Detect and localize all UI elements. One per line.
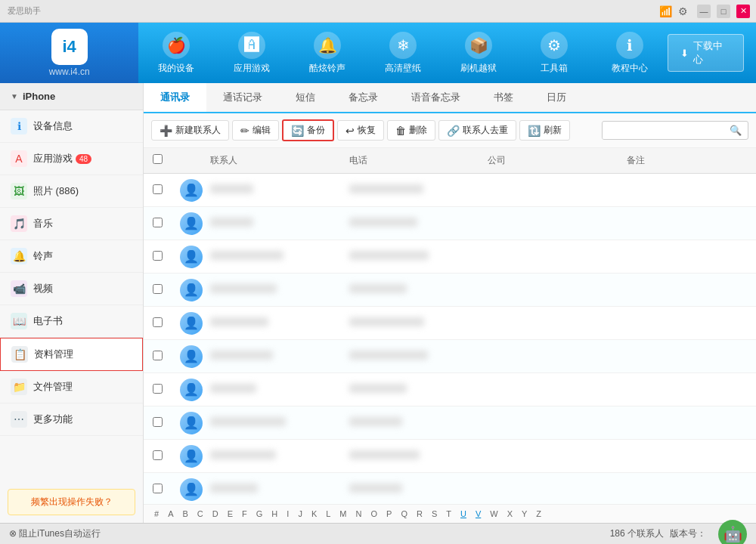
row-select-checkbox[interactable]	[153, 417, 163, 427]
alpha-char-f[interactable]: F	[239, 508, 250, 520]
table-row[interactable]: 👤	[144, 406, 756, 440]
sidebar-item-device-info[interactable]: ℹ 设备信息	[0, 110, 143, 143]
alpha-char-k[interactable]: K	[308, 508, 320, 520]
row-checkbox[interactable]	[144, 479, 171, 500]
maximize-button[interactable]: □	[717, 5, 730, 18]
nav-jailbreak[interactable]: 📦 刷机越狱	[441, 23, 516, 83]
row-checkbox[interactable]	[144, 446, 171, 467]
tab-contacts[interactable]: 通讯录	[144, 83, 206, 113]
row-select-checkbox[interactable]	[153, 484, 163, 493]
alpha-char-s[interactable]: S	[429, 508, 440, 520]
row-select-checkbox[interactable]	[153, 317, 163, 327]
row-checkbox[interactable]	[144, 313, 171, 334]
table-row[interactable]: 👤	[144, 473, 756, 504]
row-select-checkbox[interactable]	[153, 351, 163, 360]
alpha-char-x[interactable]: X	[504, 508, 516, 520]
alpha-char-n[interactable]: N	[353, 508, 365, 520]
table-row[interactable]: 👤	[144, 440, 756, 473]
refresh-button[interactable]: 🔃 刷新	[519, 120, 570, 141]
backup-button[interactable]: 🔄 备份	[282, 119, 334, 141]
nav-ringtones[interactable]: 🔔 酷炫铃声	[290, 23, 365, 83]
row-select-checkbox[interactable]	[153, 284, 163, 294]
restore-button[interactable]: ↩ 恢复	[337, 120, 384, 141]
tab-calendar[interactable]: 日历	[530, 83, 583, 113]
alpha-char-y[interactable]: Y	[519, 508, 530, 520]
alpha-char-l[interactable]: L	[323, 508, 333, 520]
alpha-char-j[interactable]: J	[295, 508, 305, 520]
table-row[interactable]: 👤	[144, 307, 756, 340]
nav-wallpapers[interactable]: ❄ 高清壁纸	[365, 23, 441, 83]
alpha-char-e[interactable]: E	[225, 508, 236, 520]
row-checkbox[interactable]	[144, 379, 171, 400]
alpha-char-w[interactable]: W	[487, 508, 500, 520]
row-checkbox[interactable]	[144, 246, 171, 267]
row-checkbox[interactable]	[144, 346, 171, 367]
row-select-checkbox[interactable]	[153, 384, 163, 394]
alpha-char-#[interactable]: #	[151, 508, 162, 520]
nav-apps[interactable]: 🅰 应用游戏	[214, 23, 290, 83]
sidebar-item-data-mgmt[interactable]: 📋 资料管理	[0, 338, 143, 371]
new-contact-button[interactable]: ➕ 新建联系人	[151, 120, 229, 141]
nav-tutorials[interactable]: ℹ 教程中心	[592, 23, 668, 83]
sidebar-item-video[interactable]: 📹 视频	[0, 273, 143, 305]
contact-name	[201, 413, 340, 433]
alpha-char-u[interactable]: U	[457, 508, 469, 520]
row-checkbox[interactable]	[144, 280, 171, 301]
minimize-button[interactable]: —	[697, 5, 711, 18]
sidebar-item-ringtones[interactable]: 🔔 铃声	[0, 240, 143, 273]
sidebar-photos-label: 照片 (886)	[33, 184, 79, 198]
tab-voice-memo[interactable]: 语音备忘录	[395, 83, 477, 113]
sidebar-item-photos[interactable]: 🖼 照片 (886)	[0, 175, 143, 208]
alpha-char-t[interactable]: T	[443, 508, 454, 520]
row-select-checkbox[interactable]	[153, 184, 163, 194]
dedup-button[interactable]: 🔗 联系人去重	[438, 120, 516, 141]
alpha-char-b[interactable]: B	[179, 508, 191, 520]
alpha-char-z[interactable]: Z	[533, 508, 544, 520]
alpha-char-v[interactable]: V	[472, 508, 484, 520]
tab-bookmarks[interactable]: 书签	[477, 83, 530, 113]
row-checkbox[interactable]	[144, 413, 171, 434]
tab-memo[interactable]: 备忘录	[332, 83, 395, 113]
table-row[interactable]: 👤	[144, 274, 756, 307]
alpha-char-a[interactable]: A	[165, 508, 176, 520]
table-row[interactable]: 👤	[144, 373, 756, 406]
table-row[interactable]: 👤	[144, 174, 756, 207]
sidebar-item-file-mgmt[interactable]: 📁 文件管理	[0, 371, 143, 403]
row-select-checkbox[interactable]	[153, 251, 163, 261]
search-box[interactable]: 🔍	[602, 121, 748, 140]
edit-button[interactable]: ✏ 编辑	[232, 120, 279, 141]
alpha-char-p[interactable]: P	[383, 508, 395, 520]
sidebar-item-ebook[interactable]: 📖 电子书	[0, 305, 143, 338]
nav-tools[interactable]: ⚙ 工具箱	[516, 23, 592, 83]
contact-phone	[340, 446, 479, 466]
nav-my-device[interactable]: 🍎 我的设备	[138, 23, 214, 83]
table-row[interactable]: 👤	[144, 340, 756, 373]
row-select-checkbox[interactable]	[153, 450, 163, 460]
select-all-checkbox[interactable]	[153, 154, 163, 164]
sidebar-item-apps[interactable]: A 应用游戏 48	[0, 143, 143, 175]
alpha-char-r[interactable]: R	[414, 508, 426, 520]
search-input[interactable]	[603, 122, 723, 139]
row-select-checkbox[interactable]	[153, 218, 163, 227]
tab-sms[interactable]: 短信	[279, 83, 332, 113]
delete-button[interactable]: 🗑 删除	[387, 120, 435, 141]
sidebar-item-more[interactable]: ⋯ 更多功能	[0, 403, 143, 436]
download-button[interactable]: ⬇ 下载中心	[668, 34, 744, 72]
table-row[interactable]: 👤	[144, 207, 756, 240]
row-checkbox[interactable]	[144, 213, 171, 234]
sidebar-item-music[interactable]: 🎵 音乐	[0, 208, 143, 240]
stop-itunes-button[interactable]: ⊗ 阻止iTunes自动运行	[9, 527, 101, 540]
alpha-char-c[interactable]: C	[194, 508, 206, 520]
alpha-char-h[interactable]: H	[268, 508, 280, 520]
alpha-char-d[interactable]: D	[209, 508, 222, 520]
alpha-char-m[interactable]: M	[336, 508, 349, 520]
alpha-char-q[interactable]: Q	[398, 508, 411, 520]
table-row[interactable]: 👤	[144, 240, 756, 274]
close-button[interactable]: ✕	[736, 5, 750, 18]
row-checkbox[interactable]	[144, 180, 171, 201]
sidebar-help-button[interactable]: 频繁出现操作失败？	[8, 489, 135, 515]
alpha-char-g[interactable]: G	[253, 508, 266, 520]
alpha-char-i[interactable]: I	[284, 508, 292, 520]
alpha-char-o[interactable]: O	[367, 508, 380, 520]
tab-call-log[interactable]: 通话记录	[206, 83, 279, 113]
